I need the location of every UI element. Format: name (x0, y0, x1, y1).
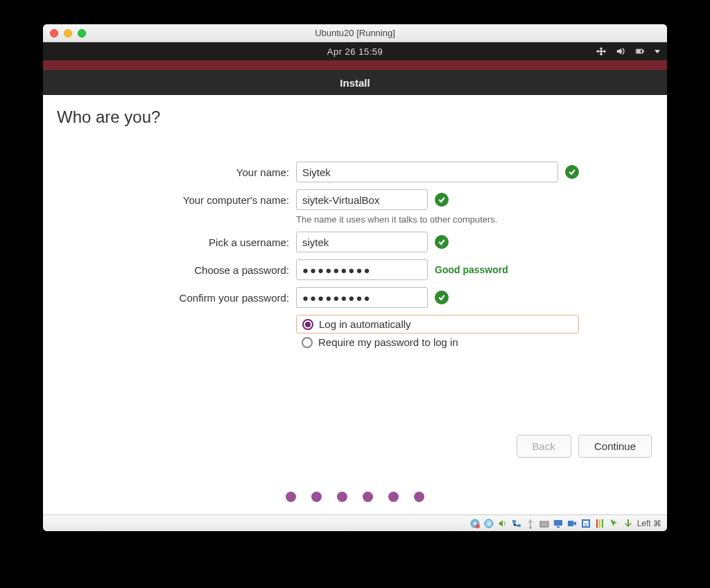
continue-button[interactable]: Continue (578, 435, 652, 458)
clock: Apr 26 15:59 (327, 46, 383, 57)
virtualization-icon[interactable]: V (580, 518, 591, 529)
virtualbox-status-bar: V Left ⌘ (43, 514, 667, 531)
optical-disk-icon[interactable] (483, 518, 494, 529)
check-icon (435, 193, 449, 207)
installer-page: Who are you? Your name: Your computer's … (43, 95, 667, 514)
radio-icon (302, 337, 313, 348)
svg-rect-6 (517, 524, 521, 527)
svg-rect-8 (540, 521, 548, 527)
progress-dot (363, 492, 373, 502)
svg-rect-10 (557, 526, 560, 528)
battery-icon[interactable] (635, 46, 645, 56)
hard-disk-icon[interactable] (469, 518, 480, 529)
who-are-you-form: Your name: Your computer's name: The nam… (57, 162, 653, 351)
usb-icon[interactable] (525, 518, 536, 529)
svg-rect-15 (599, 519, 600, 528)
audio-icon[interactable] (497, 518, 508, 529)
svg-rect-14 (596, 519, 598, 528)
radio-login-auto[interactable]: Log in automatically (296, 315, 579, 334)
progress-dot (286, 492, 296, 502)
progress-dot (337, 492, 347, 502)
page-heading: Who are you? (57, 107, 653, 127)
username-field[interactable] (296, 232, 428, 252)
network-icon[interactable] (596, 46, 606, 56)
installer-titlebar: Install (43, 70, 667, 95)
label-username: Pick a username: (57, 236, 296, 248)
mac-titlebar: Ubuntu20 [Running] (43, 24, 667, 42)
network-adapter-icon[interactable] (511, 518, 522, 529)
svg-point-1 (474, 522, 476, 525)
volume-icon[interactable] (616, 46, 625, 56)
label-password: Choose a password: (57, 264, 296, 276)
mouse-integration-icon[interactable] (608, 518, 619, 529)
confirm-password-field[interactable] (296, 287, 428, 308)
vm-window: Ubuntu20 [Running] Apr 26 15:59 Install … (43, 24, 667, 531)
shared-folders-icon[interactable] (539, 518, 550, 529)
host-key-label: Left ⌘ (637, 519, 661, 528)
cpu-activity-icon[interactable] (594, 518, 605, 529)
display-icon[interactable] (553, 518, 564, 529)
installer-title: Install (340, 77, 370, 89)
radio-label: Require my password to log in (318, 336, 458, 348)
check-icon (565, 165, 579, 179)
svg-text:V: V (584, 521, 588, 528)
password-field[interactable] (296, 259, 428, 280)
window-title: Ubuntu20 [Running] (43, 28, 667, 38)
back-button[interactable]: Back (517, 435, 571, 458)
progress-dots (43, 492, 667, 502)
crimson-band (43, 60, 667, 70)
label-confirm: Confirm your password: (57, 292, 296, 304)
svg-point-2 (476, 524, 480, 528)
svg-point-4 (487, 522, 490, 524)
radio-require-password[interactable]: Require my password to log in (296, 334, 653, 351)
system-indicators[interactable] (596, 46, 660, 56)
computer-name-field[interactable] (296, 189, 428, 210)
ubuntu-top-panel: Apr 26 15:59 (43, 42, 667, 60)
label-computer: Your computer's name: (57, 194, 296, 206)
recording-icon[interactable] (566, 518, 578, 529)
radio-icon (302, 319, 313, 330)
keyboard-capture-icon[interactable] (622, 518, 633, 529)
radio-label: Log in automatically (319, 318, 411, 330)
progress-dot (388, 492, 399, 502)
check-icon (435, 291, 449, 304)
password-strength: Good password (435, 264, 508, 275)
label-name: Your name: (57, 166, 296, 178)
svg-rect-16 (602, 519, 603, 528)
check-icon (435, 235, 449, 249)
progress-dot (311, 492, 322, 502)
svg-rect-9 (554, 520, 562, 526)
chevron-down-icon[interactable] (655, 50, 660, 53)
svg-rect-11 (568, 521, 573, 526)
progress-dot (414, 492, 424, 502)
computer-name-hint: The name it uses when it talks to other … (296, 214, 653, 225)
svg-rect-5 (512, 520, 516, 523)
svg-point-7 (529, 526, 531, 528)
name-field[interactable] (296, 162, 558, 182)
